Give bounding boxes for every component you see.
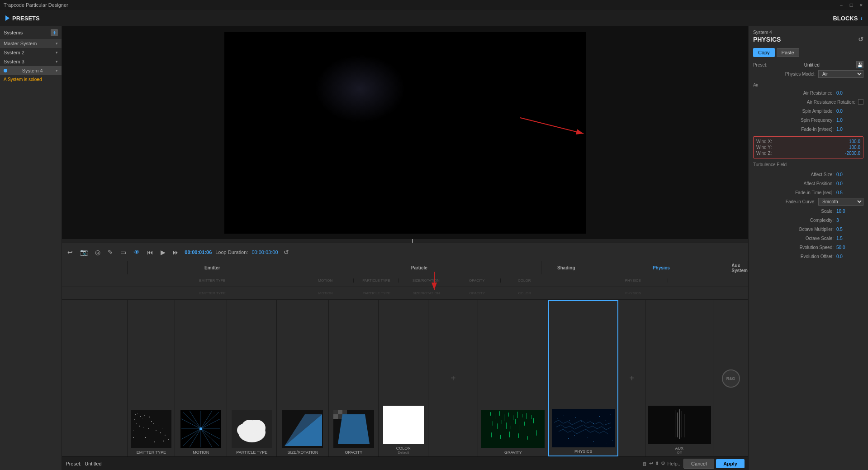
spin-frequency-value[interactable]: 1.0 bbox=[836, 118, 863, 123]
affect-position-value[interactable]: 0.0 bbox=[836, 181, 863, 186]
wind-y-value[interactable]: 100.0 bbox=[849, 145, 860, 150]
svg-rect-8 bbox=[149, 417, 150, 417]
motion-thumbnail bbox=[180, 410, 221, 448]
shading-add[interactable]: + bbox=[428, 300, 478, 456]
sidebar-item-master-system[interactable]: Master System ▾ bbox=[0, 39, 62, 48]
add-system-button[interactable]: + bbox=[51, 29, 58, 36]
sidebar-item-system2[interactable]: System 2 ▾ bbox=[0, 48, 62, 57]
svg-rect-80 bbox=[515, 419, 516, 424]
timeline-scrubber[interactable] bbox=[62, 239, 748, 243]
physics-panel-header: System 4 PHYSICS ↺ bbox=[749, 26, 868, 45]
minimize-button[interactable]: − bbox=[838, 2, 844, 8]
svg-rect-11 bbox=[139, 426, 140, 427]
loop-reset-button[interactable]: ↺ bbox=[282, 248, 291, 257]
region-button[interactable]: ▭ bbox=[119, 248, 128, 257]
col-header-physics[interactable]: Physics bbox=[591, 261, 731, 274]
sidebar-item-system3[interactable]: System 3 ▾ bbox=[0, 57, 62, 66]
svg-rect-96 bbox=[581, 422, 582, 422]
svg-rect-18 bbox=[162, 428, 163, 428]
particle-type-label: PARTICLE TYPE bbox=[236, 450, 267, 455]
wind-x-row: Wind X: 100.0 bbox=[756, 139, 860, 144]
block-aux[interactable]: AUX Off bbox=[645, 300, 713, 456]
presets-panel-label[interactable]: PRESETS bbox=[5, 15, 40, 22]
svg-rect-15 bbox=[156, 430, 157, 431]
air-resistance-value[interactable]: 0.0 bbox=[836, 91, 863, 96]
evolution-offset-row: Evolution Offset: 0.0 bbox=[753, 252, 863, 261]
cancel-button[interactable]: Cancel bbox=[683, 459, 714, 469]
wind-z-value[interactable]: -2000.0 bbox=[845, 151, 860, 156]
preview-toggle-button[interactable]: 👁 bbox=[132, 248, 142, 257]
go-end-button[interactable]: ⏭ bbox=[171, 248, 181, 257]
help-button[interactable]: Help... bbox=[667, 461, 682, 466]
block-opacity[interactable]: OPACITY bbox=[329, 300, 379, 456]
main-layout: Systems + Master System ▾ System 2 ▾ Sys… bbox=[0, 26, 868, 470]
block-gravity[interactable]: GRAVITY bbox=[478, 300, 548, 456]
physics-thumbnail bbox=[552, 409, 615, 447]
shading-add-icon: + bbox=[451, 373, 456, 384]
air-resistance-rotation-label: Air Resistance Rotation: bbox=[753, 100, 858, 105]
undo-statusbar-button[interactable]: ↩ bbox=[649, 460, 653, 466]
complexity-row: Complexity: 3 bbox=[753, 216, 863, 225]
block-physics[interactable]: PHYSICS bbox=[548, 300, 618, 456]
col-header-emitter: Emitter bbox=[128, 261, 297, 274]
svg-rect-69 bbox=[508, 412, 509, 417]
timeline-row-master: EMITTER TYPE MOTION PARTICLE TYPE SIZE/R… bbox=[62, 274, 748, 287]
affect-size-value[interactable]: 0.0 bbox=[836, 172, 863, 177]
go-start-button[interactable]: ⏮ bbox=[145, 248, 155, 257]
edit-button[interactable]: ✎ bbox=[106, 248, 115, 257]
maximize-button[interactable]: □ bbox=[848, 2, 854, 8]
sidebar-item-system4[interactable]: System 4 ▾ bbox=[0, 66, 62, 75]
camera-button[interactable]: 📷 bbox=[78, 248, 90, 257]
svg-rect-110 bbox=[606, 443, 607, 443]
close-button[interactable]: × bbox=[858, 2, 864, 8]
block-emitter-type[interactable]: EMITTER TYPE bbox=[128, 300, 175, 456]
upload-button[interactable]: ⬆ bbox=[655, 460, 659, 466]
ripple-button[interactable]: ◎ bbox=[93, 248, 102, 257]
preset-status: Preset: Untitled bbox=[66, 461, 101, 466]
copy-button[interactable]: Copy bbox=[753, 48, 775, 57]
evolution-offset-value[interactable]: 0.0 bbox=[836, 254, 863, 259]
octave-scale-value[interactable]: 1.5 bbox=[836, 236, 863, 241]
scale-value[interactable]: 10.0 bbox=[836, 209, 863, 214]
fade-in-time-value[interactable]: 0.5 bbox=[836, 190, 863, 195]
block-color[interactable]: COLOR Default bbox=[379, 300, 428, 456]
fade-in-speed-value[interactable]: 1.0 bbox=[836, 127, 863, 132]
scale-label: Scale: bbox=[753, 209, 836, 214]
settings-button[interactable]: ⚙ bbox=[661, 460, 665, 466]
apply-button[interactable]: Apply bbox=[716, 459, 745, 468]
refresh-icon[interactable]: ↺ bbox=[858, 36, 863, 43]
block-size-rotation[interactable]: SIZE/ROTATION bbox=[277, 300, 329, 456]
undo-button[interactable]: ↩ bbox=[66, 248, 75, 257]
preset-save-button[interactable]: 💾 bbox=[856, 61, 863, 68]
paste-button[interactable]: Paste bbox=[777, 48, 799, 57]
air-resistance-rotation-checkbox[interactable] bbox=[858, 99, 863, 105]
complexity-value[interactable]: 3 bbox=[836, 218, 863, 223]
blocks-panel-label[interactable]: BLOCKS ‹ bbox=[833, 14, 863, 22]
opacity-preview bbox=[333, 410, 374, 448]
wind-x-value[interactable]: 100.0 bbox=[849, 139, 860, 144]
svg-rect-77 bbox=[502, 420, 502, 424]
spin-amplitude-value[interactable]: 0.0 bbox=[836, 109, 863, 114]
blocks-column-headers: Emitter Particle Shading Physics Aux Sys… bbox=[62, 261, 748, 274]
svg-rect-1 bbox=[135, 414, 136, 415]
svg-rect-23 bbox=[154, 441, 155, 442]
wind-z-row: Wind Z: -2000.0 bbox=[756, 150, 860, 156]
svg-rect-88 bbox=[518, 433, 519, 438]
block-particle-type[interactable]: PARTICLE TYPE bbox=[227, 300, 277, 456]
octave-multiplier-value[interactable]: 0.5 bbox=[836, 227, 863, 232]
opacity-thumbnail bbox=[333, 410, 374, 448]
svg-rect-3 bbox=[140, 416, 141, 417]
physics-add[interactable]: + bbox=[618, 300, 645, 456]
physics-model-dropdown[interactable]: Air Bounce Fluid bbox=[818, 70, 863, 78]
fade-in-curve-dropdown[interactable]: Smooth Linear bbox=[818, 198, 863, 206]
svg-rect-92 bbox=[557, 418, 558, 418]
evolution-speed-value[interactable]: 50.0 bbox=[836, 245, 863, 250]
physics-model-row: Physics Model: Air Bounce Fluid bbox=[749, 69, 868, 79]
svg-rect-24 bbox=[159, 444, 159, 444]
timecode-display: 00:00:01:06 bbox=[185, 249, 212, 255]
trash-button[interactable]: 🗑 bbox=[642, 461, 647, 466]
svg-rect-66 bbox=[495, 413, 495, 419]
block-motion[interactable]: MOTION bbox=[175, 300, 227, 456]
play-button[interactable]: ▶ bbox=[159, 248, 167, 257]
svg-rect-72 bbox=[522, 414, 522, 417]
